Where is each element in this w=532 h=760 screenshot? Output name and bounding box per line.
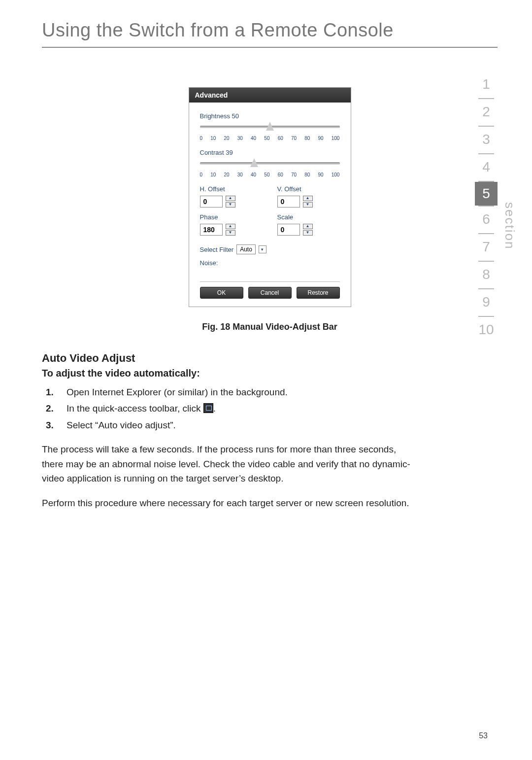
brightness-ticks: 0102030405060708090100 bbox=[200, 136, 340, 141]
v-offset-down-icon[interactable]: ▼ bbox=[303, 202, 313, 207]
nav-item-10[interactable]: 10 bbox=[475, 317, 498, 344]
advanced-dialog: Advanced Brightness 50 01020304050607080… bbox=[189, 87, 351, 307]
nav-item-7[interactable]: 7 bbox=[475, 234, 498, 261]
contrast-slider[interactable] bbox=[200, 159, 340, 171]
h-offset-down-icon[interactable]: ▼ bbox=[226, 202, 235, 207]
contrast-label: Contrast 39 bbox=[200, 149, 340, 156]
page-number: 53 bbox=[479, 731, 488, 740]
section-nav: 1 2 3 4 5 6 7 8 9 10 bbox=[475, 71, 498, 344]
nav-item-2[interactable]: 2 bbox=[475, 99, 498, 126]
brightness-slider[interactable] bbox=[200, 123, 340, 135]
nav-item-5-active[interactable]: 5 bbox=[475, 182, 498, 206]
section-label: section bbox=[502, 202, 517, 249]
nav-item-1[interactable]: 1 bbox=[475, 71, 498, 98]
scale-label: Scale bbox=[277, 213, 340, 221]
cancel-button[interactable]: Cancel bbox=[248, 287, 292, 299]
noise-label: Noise: bbox=[200, 259, 340, 267]
h-offset-up-icon[interactable]: ▲ bbox=[226, 196, 235, 201]
restore-button[interactable]: Restore bbox=[297, 287, 340, 299]
nav-item-9[interactable]: 9 bbox=[475, 289, 498, 316]
nav-item-4[interactable]: 4 bbox=[475, 154, 498, 181]
v-offset-label: V. Offset bbox=[277, 185, 340, 193]
select-filter-value: Auto bbox=[240, 246, 252, 253]
phase-label: Phase bbox=[200, 213, 263, 221]
steps-list: 1. Open Internet Explorer (or similar) i… bbox=[46, 385, 498, 432]
nav-item-8[interactable]: 8 bbox=[475, 262, 498, 288]
v-offset-input[interactable]: 0 bbox=[277, 196, 300, 207]
contrast-ticks: 0102030405060708090100 bbox=[200, 172, 340, 177]
phase-up-icon[interactable]: ▲ bbox=[226, 224, 235, 229]
toolbar-icon bbox=[203, 403, 213, 413]
title-rule bbox=[42, 47, 498, 48]
h-offset-input[interactable]: 0 bbox=[200, 196, 223, 207]
list-item: 2. In the quick-access toolbar, click . bbox=[46, 401, 498, 415]
select-filter-label: Select Filter bbox=[200, 246, 234, 253]
select-filter-dropdown[interactable]: Auto bbox=[236, 244, 256, 254]
h-offset-label: H. Offset bbox=[200, 185, 263, 193]
ok-button[interactable]: OK bbox=[200, 287, 243, 299]
v-offset-up-icon[interactable]: ▲ bbox=[303, 196, 313, 201]
brightness-label: Brightness 50 bbox=[200, 112, 340, 120]
list-item: 1. Open Internet Explorer (or similar) i… bbox=[46, 385, 498, 399]
chevron-down-icon[interactable]: ▾ bbox=[259, 245, 266, 253]
scale-input[interactable]: 0 bbox=[277, 224, 300, 236]
scale-up-icon[interactable]: ▲ bbox=[303, 224, 313, 229]
page-title: Using the Switch from a Remote Console bbox=[42, 20, 498, 41]
figure-caption: Fig. 18 Manual Video-Adjust Bar bbox=[42, 322, 498, 332]
nav-item-3[interactable]: 3 bbox=[475, 127, 498, 153]
phase-input[interactable]: 180 bbox=[200, 224, 223, 236]
auto-video-adjust-subheading: To adjust the video automatically: bbox=[42, 368, 498, 379]
dialog-title: Advanced bbox=[189, 88, 351, 103]
phase-down-icon[interactable]: ▼ bbox=[226, 230, 235, 236]
list-item: 3. Select “Auto video adjust”. bbox=[46, 418, 498, 432]
auto-video-adjust-heading: Auto Video Adjust bbox=[42, 352, 498, 365]
body-paragraph: The process will take a few seconds. If … bbox=[42, 442, 416, 485]
nav-item-6[interactable]: 6 bbox=[475, 207, 498, 233]
scale-down-icon[interactable]: ▼ bbox=[303, 230, 313, 236]
body-paragraph: Perform this procedure where necessary f… bbox=[42, 496, 416, 510]
